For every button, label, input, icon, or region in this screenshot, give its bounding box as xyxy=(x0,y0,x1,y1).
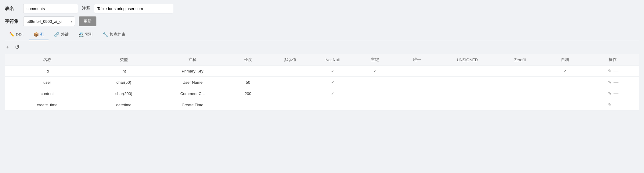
cell-default xyxy=(269,99,311,111)
col-header-not-null: Not Null xyxy=(311,54,354,65)
tab-indexes[interactable]: 📇 索引 xyxy=(74,29,97,40)
cell-primary-key: ✓ xyxy=(354,65,396,77)
cell-zerofill xyxy=(496,65,544,77)
cell-not-null: ✓ xyxy=(311,88,354,99)
col-header-comment: 注释 xyxy=(158,54,227,65)
annotation-label: 注释 xyxy=(82,6,90,11)
action-divider: — xyxy=(613,80,618,85)
constraint-icon: 🔧 xyxy=(103,32,108,37)
table-name-label: 表名 xyxy=(5,6,20,12)
cell-name: content xyxy=(5,88,89,99)
cell-unsigned xyxy=(438,77,497,88)
cell-type: char(200) xyxy=(89,88,158,99)
cell-type: int xyxy=(89,65,158,77)
cell-auto-increment xyxy=(544,77,586,88)
charset-label: 字符集 xyxy=(5,19,20,24)
cell-length: 200 xyxy=(227,88,269,99)
cell-primary-key xyxy=(354,88,396,99)
tab-foreign-keys[interactable]: 🔗 外键 xyxy=(50,29,73,40)
annotation-input[interactable] xyxy=(94,4,173,13)
cell-unique xyxy=(396,88,438,99)
cell-actions: ✎ — xyxy=(586,88,639,99)
cell-not-null xyxy=(311,99,354,111)
tab-columns-label: 列 xyxy=(40,32,44,37)
edit-row-button[interactable]: ✎ xyxy=(607,91,613,96)
ddl-icon: ✏️ xyxy=(9,32,14,37)
cell-zerofill xyxy=(496,88,544,99)
action-divider: — xyxy=(613,102,618,107)
cell-default xyxy=(269,77,311,88)
col-header-name: 名称 xyxy=(5,54,89,65)
cell-comment: Create Time xyxy=(158,99,227,111)
cell-zerofill xyxy=(496,99,544,111)
col-header-actions: 操作 xyxy=(586,54,639,65)
edit-row-button[interactable]: ✎ xyxy=(607,79,613,85)
toolbar: + ↺ xyxy=(5,43,639,52)
cell-unsigned xyxy=(438,99,497,111)
cell-zerofill xyxy=(496,77,544,88)
cell-auto-increment xyxy=(544,99,586,111)
cell-name: id xyxy=(5,65,89,77)
index-icon: 📇 xyxy=(78,32,84,37)
cell-auto-increment xyxy=(544,88,586,99)
cell-default xyxy=(269,65,311,77)
cell-length: 50 xyxy=(227,77,269,88)
cell-comment: Comment C... xyxy=(158,88,227,99)
charset-select[interactable]: utf8mb4_0900_ai_ciutf8mb4_unicode_ciutf8… xyxy=(23,16,75,26)
cell-not-null: ✓ xyxy=(311,65,354,77)
columns-table: 名称 类型 注释 长度 默认值 Not Null 主键 唯一 UNSIGNED … xyxy=(5,54,639,110)
update-button[interactable]: 更新 xyxy=(79,16,96,26)
table-row: user char(50) User Name 50 ✓ ✎ — xyxy=(5,77,639,88)
cell-actions: ✎ — xyxy=(586,65,639,77)
table-row: content char(200) Comment C... 200 ✓ ✎ — xyxy=(5,88,639,99)
cell-not-null: ✓ xyxy=(311,77,354,88)
cell-name: user xyxy=(5,77,89,88)
cell-primary-key xyxy=(354,99,396,111)
tab-bar: ✏️ DDL 📦 列 🔗 外键 📇 索引 🔧 检查约束 xyxy=(5,29,639,40)
cell-unsigned xyxy=(438,65,497,77)
cell-primary-key xyxy=(354,77,396,88)
col-header-zerofill: Zerofill xyxy=(496,54,544,65)
edit-row-button[interactable]: ✎ xyxy=(607,68,613,74)
cell-unique xyxy=(396,99,438,111)
tab-columns[interactable]: 📦 列 xyxy=(29,29,49,40)
cell-auto-increment: ✓ xyxy=(544,65,586,77)
action-divider: — xyxy=(613,91,618,96)
table-row: create_time datetime Create Time ✎ — xyxy=(5,99,639,111)
tab-indexes-label: 索引 xyxy=(85,32,93,37)
col-header-primary-key: 主键 xyxy=(354,54,396,65)
col-header-auto-increment: 自增 xyxy=(544,54,586,65)
cell-length xyxy=(227,65,269,77)
col-header-unique: 唯一 xyxy=(396,54,438,65)
col-header-default: 默认值 xyxy=(269,54,311,65)
table-header-row: 名称 类型 注释 长度 默认值 Not Null 主键 唯一 UNSIGNED … xyxy=(5,54,639,65)
charset-select-wrapper: utf8mb4_0900_ai_ciutf8mb4_unicode_ciutf8… xyxy=(23,16,75,26)
columns-icon: 📦 xyxy=(34,32,39,37)
col-header-unsigned: UNSIGNED xyxy=(438,54,497,65)
cell-name: create_time xyxy=(5,99,89,111)
refresh-button[interactable]: ↺ xyxy=(14,44,21,51)
tab-ddl[interactable]: ✏️ DDL xyxy=(5,30,28,40)
tab-constraints[interactable]: 🔧 检查约束 xyxy=(99,29,130,40)
foreign-key-icon: 🔗 xyxy=(54,32,59,37)
tab-ddl-label: DDL xyxy=(16,32,24,37)
col-header-length: 长度 xyxy=(227,54,269,65)
cell-comment: Primary Key xyxy=(158,65,227,77)
col-header-type: 类型 xyxy=(89,54,158,65)
edit-row-button[interactable]: ✎ xyxy=(607,102,613,108)
cell-type: char(50) xyxy=(89,77,158,88)
table-row: id int Primary Key ✓ ✓ ✓ ✎ — xyxy=(5,65,639,77)
action-divider: — xyxy=(613,69,618,73)
tab-foreign-keys-label: 外键 xyxy=(61,32,69,37)
cell-comment: User Name xyxy=(158,77,227,88)
cell-actions: ✎ — xyxy=(586,99,639,111)
cell-actions: ✎ — xyxy=(586,77,639,88)
tab-constraints-label: 检查约束 xyxy=(110,32,125,37)
cell-unique xyxy=(396,77,438,88)
table-name-input[interactable] xyxy=(23,4,78,13)
add-column-button[interactable]: + xyxy=(5,44,11,51)
cell-type: datetime xyxy=(89,99,158,111)
cell-default xyxy=(269,88,311,99)
cell-unique xyxy=(396,65,438,77)
cell-length xyxy=(227,99,269,111)
